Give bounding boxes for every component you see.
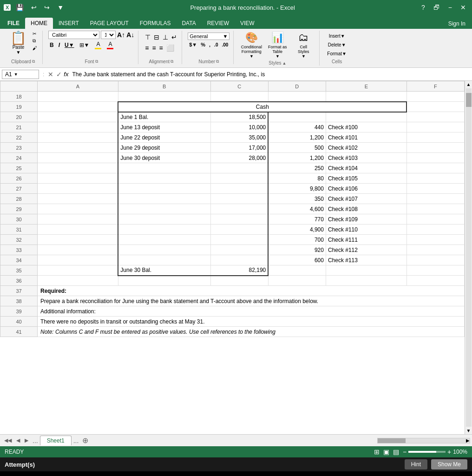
cell[interactable]	[268, 92, 326, 102]
hscroll-right-btn[interactable]: ▶	[466, 438, 470, 443]
cell[interactable]	[406, 225, 464, 235]
cell[interactable]	[210, 184, 268, 194]
cell[interactable]	[38, 153, 118, 163]
cell[interactable]	[118, 163, 210, 173]
cell[interactable]	[38, 112, 118, 122]
col-header-a[interactable]: A	[38, 81, 118, 92]
copy-button[interactable]: ⧉	[31, 38, 39, 44]
cell[interactable]	[38, 214, 118, 225]
minimize-button[interactable]: −	[446, 3, 454, 12]
cell[interactable]	[38, 92, 118, 102]
scroll-up-button[interactable]: ▲	[466, 82, 471, 87]
cell[interactable]	[38, 235, 118, 245]
cell[interactable]	[38, 204, 118, 214]
cell[interactable]: 600	[268, 255, 326, 265]
insert-cells-button[interactable]: Insert▼	[325, 33, 348, 40]
format-painter-button[interactable]: 🖌	[31, 45, 39, 51]
cell[interactable]	[406, 194, 464, 204]
cell[interactable]	[38, 122, 118, 132]
cell[interactable]	[210, 214, 268, 225]
cell[interactable]	[406, 255, 464, 265]
scroll-track[interactable]	[466, 88, 472, 427]
cell[interactable]: 9,800	[268, 184, 326, 194]
tab-review[interactable]: REVIEW	[202, 18, 235, 29]
cell[interactable]	[268, 276, 326, 286]
cell[interactable]: Check #104	[326, 163, 406, 173]
cell[interactable]	[406, 143, 464, 153]
tab-formulas[interactable]: FORMULAS	[134, 18, 177, 29]
cell[interactable]: 28,000	[210, 153, 268, 163]
cell[interactable]	[38, 184, 118, 194]
cell[interactable]	[406, 245, 464, 255]
shrink-font-button[interactable]: A↓	[126, 31, 134, 39]
cell[interactable]	[210, 235, 268, 245]
normal-view-button[interactable]: ⊞	[374, 448, 380, 456]
save-button[interactable]: 💾	[13, 3, 26, 12]
tab-insert[interactable]: INSERT	[53, 18, 85, 29]
cell[interactable]: 1,200	[268, 132, 326, 143]
cell[interactable]	[118, 214, 210, 225]
help-button[interactable]: ?	[419, 3, 427, 12]
align-bottom-button[interactable]: ⊥	[162, 33, 169, 42]
cell[interactable]: Required:	[38, 286, 465, 296]
cell[interactable]: Check #100	[326, 122, 406, 132]
redo-button[interactable]: ↪	[42, 3, 52, 12]
cell[interactable]	[118, 173, 210, 184]
borders-button[interactable]: ⊞▼	[78, 41, 92, 49]
formula-fx-icon[interactable]: fx	[64, 71, 68, 78]
sheet-tab-sheet1[interactable]: Sheet1	[40, 436, 72, 445]
cell[interactable]: 18,500	[210, 112, 268, 122]
cell[interactable]	[118, 194, 210, 204]
cell[interactable]: Check #109	[326, 214, 406, 225]
cell[interactable]	[210, 92, 268, 102]
page-layout-view-button[interactable]: ▣	[383, 448, 389, 456]
format-as-table-button[interactable]: 📊 Format as Table ▼	[265, 31, 289, 60]
cell[interactable]	[406, 265, 464, 276]
cell[interactable]	[210, 163, 268, 173]
cell[interactable]	[210, 255, 268, 265]
cell[interactable]	[118, 225, 210, 235]
cell[interactable]	[406, 122, 464, 132]
cell[interactable]: Check #102	[326, 143, 406, 153]
cell[interactable]	[118, 276, 210, 286]
cell[interactable]	[38, 276, 118, 286]
horizontal-scrollbar[interactable]: ▶	[377, 438, 470, 443]
cell[interactable]	[210, 194, 268, 204]
styles-arrow[interactable]: ▲	[282, 61, 287, 66]
cell[interactable]: Check #106	[326, 184, 406, 194]
col-header-e[interactable]: E	[326, 81, 406, 92]
tab-home[interactable]: HOME	[25, 18, 53, 29]
cell[interactable]	[38, 132, 118, 143]
cell[interactable]	[38, 143, 118, 153]
underline-button[interactable]: U▼	[63, 41, 76, 49]
cell[interactable]: June 1 Bal.	[118, 112, 210, 122]
cell[interactable]: Check #113	[326, 255, 406, 265]
cell-styles-button[interactable]: 🗂 Cell Styles ▼	[291, 31, 315, 60]
col-header-d[interactable]: D	[268, 81, 326, 92]
scroll-down-button[interactable]: ▼	[466, 428, 471, 433]
cell[interactable]	[406, 112, 464, 122]
font-arrow[interactable]: ⧉	[95, 59, 98, 64]
conditional-formatting-button[interactable]: 🎨 Conditional Formatting ▼	[239, 31, 263, 60]
cell[interactable]	[406, 102, 464, 112]
cell[interactable]	[118, 184, 210, 194]
cell[interactable]: Cash	[118, 102, 406, 112]
merge-button[interactable]: ⬜	[165, 43, 175, 53]
undo-button[interactable]: ↩	[29, 3, 39, 12]
cell[interactable]	[210, 225, 268, 235]
cell[interactable]: Check #111	[326, 235, 406, 245]
cell[interactable]	[118, 92, 210, 102]
cell[interactable]	[406, 92, 464, 102]
cell[interactable]	[118, 255, 210, 265]
align-top-button[interactable]: ⊤	[144, 33, 151, 42]
cell[interactable]: Check #108	[326, 204, 406, 214]
cell[interactable]	[406, 163, 464, 173]
tab-page-layout[interactable]: PAGE LAYOUT	[85, 18, 134, 29]
add-sheet-button[interactable]: ⊕	[80, 436, 90, 445]
align-center-button[interactable]: ≡	[151, 43, 157, 53]
sheet-nav-prev[interactable]: ◀	[14, 436, 22, 444]
col-header-f[interactable]: F	[406, 81, 464, 92]
cell[interactable]: June 30 Bal.	[118, 265, 210, 276]
cell[interactable]: 17,000	[210, 143, 268, 153]
cell[interactable]: 82,190	[210, 265, 268, 276]
